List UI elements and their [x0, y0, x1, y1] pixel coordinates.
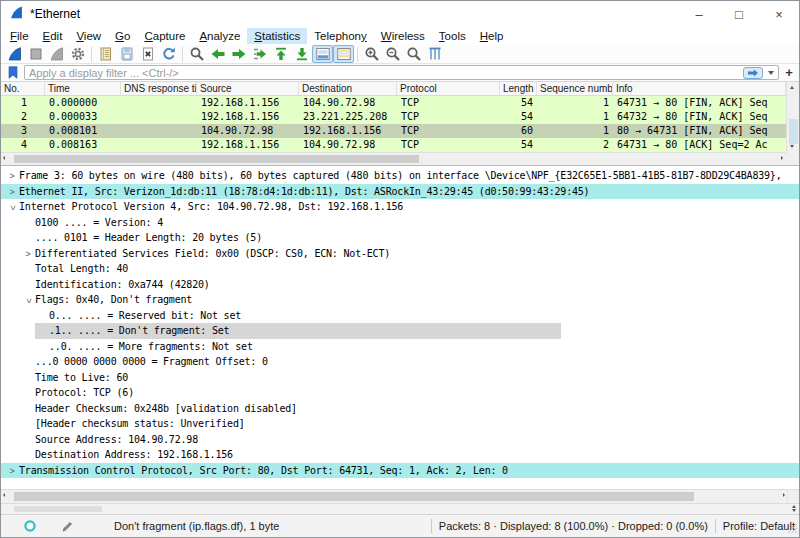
filter-dropdown-caret[interactable] [765, 66, 776, 79]
minimize-button[interactable]: – [679, 1, 719, 27]
capture-options-button[interactable] [67, 45, 88, 63]
detail-line[interactable]: >Flags: 0x40, Don't fragment [1, 292, 799, 308]
pane-spin-arrows[interactable] [792, 505, 796, 512]
resize-grip-icon[interactable] [787, 523, 798, 536]
detail-line[interactable]: .... 0101 = Header Length: 20 bytes (5) [1, 230, 799, 246]
detail-line[interactable]: Source Address: 104.90.72.98 [1, 432, 799, 448]
hscrollbar-thumb[interactable] [14, 155, 419, 163]
column-header-protocol[interactable]: Protocol [397, 82, 500, 95]
menu-item-go[interactable]: Go [108, 28, 137, 44]
menu-item-telephony[interactable]: Telephony [307, 28, 373, 44]
column-header-source[interactable]: Source [197, 82, 299, 95]
packet-list-hscrollbar[interactable] [1, 152, 786, 165]
detail-line[interactable]: Identification: 0xa744 (42820) [1, 277, 799, 293]
menu-item-analyze[interactable]: Analyze [192, 28, 247, 44]
detail-line[interactable]: [Header checksum status: Unverified] [1, 416, 799, 432]
menu-item-help[interactable]: Help [473, 28, 511, 44]
colorize-button[interactable] [333, 45, 354, 63]
expand-expander-icon[interactable]: > [21, 247, 35, 262]
detail-line[interactable]: >Differentiated Services Field: 0x00 (DS… [1, 246, 799, 262]
scroll-right-icon[interactable] [781, 156, 783, 160]
column-header-no[interactable]: No. [1, 82, 45, 95]
close-button[interactable]: × [759, 1, 799, 27]
column-header-sequence-number[interactable]: Sequence number [537, 82, 613, 95]
scroll-up-icon[interactable] [790, 86, 794, 89]
expand-expander-icon[interactable]: > [5, 169, 19, 184]
go-last-packet-button[interactable] [291, 45, 312, 63]
open-file-button[interactable] [95, 45, 116, 63]
expand-expander-icon[interactable]: > [5, 464, 19, 479]
detail-line[interactable]: ..0. .... = More fragments: Not set [1, 339, 799, 355]
display-filter-input[interactable] [25, 67, 743, 79]
detail-line[interactable]: Protocol: TCP (6) [1, 385, 799, 401]
expert-info-icon[interactable] [23, 519, 37, 533]
detail-line[interactable]: >Internet Protocol Version 4, Src: 104.9… [1, 199, 799, 215]
details-scroll-left-icon[interactable] [3, 493, 5, 497]
auto-scroll-button[interactable] [312, 45, 333, 63]
menu-item-wireless[interactable]: Wireless [374, 28, 432, 44]
resize-columns-button[interactable] [424, 45, 445, 63]
reload-button[interactable] [158, 45, 179, 63]
detail-line[interactable]: 0100 .... = Version: 4 [1, 215, 799, 231]
scroll-left-icon[interactable] [3, 156, 5, 160]
packet-list-vscrollbar[interactable] [786, 82, 799, 152]
restart-capture-button[interactable] [46, 45, 67, 63]
find-packet-button[interactable] [186, 45, 207, 63]
close-file-button[interactable] [137, 45, 158, 63]
collapse-expander-icon[interactable]: > [20, 294, 36, 308]
add-filter-button[interactable]: + [782, 65, 796, 80]
menu-item-file[interactable]: File [3, 28, 36, 44]
detail-line[interactable]: ...0 0000 0000 0000 = Fragment Offset: 0 [1, 354, 799, 370]
column-header-destination[interactable]: Destination [299, 82, 397, 95]
menu-item-capture[interactable]: Capture [137, 28, 192, 44]
go-to-packet-button[interactable] [249, 45, 270, 63]
go-back-button[interactable] [207, 45, 228, 63]
vscrollbar-thumb[interactable] [789, 119, 798, 144]
packet-row-1[interactable]: 10.000000192.168.1.156104.90.72.98TCP541… [1, 96, 786, 110]
detail-line[interactable]: >Ethernet II, Src: Verizon_1d:db:11 (18:… [1, 184, 799, 200]
menu-item-view[interactable]: View [69, 28, 108, 44]
collapse-expander-icon[interactable]: > [4, 201, 20, 215]
go-forward-button[interactable] [228, 45, 249, 63]
menu-item-statistics[interactable]: Statistics [247, 28, 307, 44]
detail-line[interactable]: >Transmission Control Protocol, Src Port… [1, 463, 799, 479]
maximize-button[interactable]: □ [719, 1, 759, 27]
zoom-out-button[interactable] [382, 45, 403, 63]
zoom-reset-button[interactable] [403, 45, 424, 63]
zoom-out-icon [385, 46, 401, 62]
apply-filter-button[interactable] [743, 67, 763, 79]
column-header-info[interactable]: Info [613, 82, 786, 95]
detail-line[interactable]: >Frame 3: 60 bytes on wire (480 bits), 6… [1, 168, 799, 184]
go-first-packet-button[interactable] [270, 45, 291, 63]
scroll-down-icon[interactable] [790, 145, 794, 148]
packet-row-2[interactable]: 20.000033192.168.1.15623.221.225.208TCP5… [1, 110, 786, 124]
column-header-time[interactable]: Time [45, 82, 121, 95]
save-file-button[interactable] [116, 45, 137, 63]
filter-bookmark-icon[interactable] [4, 65, 22, 81]
detail-line[interactable]: Header Checksum: 0x248b [validation disa… [1, 401, 799, 417]
stop-capture-button[interactable] [25, 45, 46, 63]
expand-expander-icon[interactable]: > [5, 185, 19, 200]
details-hscrollbar[interactable] [1, 489, 799, 503]
packet-row-3[interactable]: 30.008101104.90.72.98192.168.1.156TCP601… [1, 124, 786, 138]
capture-comment-icon[interactable] [61, 520, 74, 533]
detail-line[interactable]: 0... .... = Reserved bit: Not set [1, 308, 799, 324]
bytes-pane-scroll-thumb[interactable] [14, 506, 102, 512]
detail-line[interactable]: .1.. .... = Don't fragment: Set [1, 323, 799, 339]
menu-item-edit[interactable]: Edit [36, 28, 70, 44]
column-header-length[interactable]: Length [500, 82, 537, 95]
zoom-in-button[interactable] [361, 45, 382, 63]
details-scroll-right-icon[interactable] [783, 493, 785, 497]
menu-item-tools[interactable]: Tools [432, 28, 473, 44]
packet-row-4[interactable]: 40.008163192.168.1.156104.90.72.98TCP542… [1, 138, 786, 152]
profile-label[interactable]: Profile: Default [723, 520, 795, 532]
cell-protocol: TCP [397, 138, 500, 152]
cell-dns [121, 124, 197, 138]
detail-line[interactable]: Time to Live: 60 [1, 370, 799, 386]
detail-line-text: 0100 .... = Version: 4 [35, 217, 163, 228]
start-capture-button[interactable] [4, 45, 25, 63]
detail-line[interactable]: Total Length: 40 [1, 261, 799, 277]
column-header-dns-response-time[interactable]: DNS response time [121, 82, 197, 95]
details-hscrollbar-thumb[interactable] [14, 492, 694, 501]
detail-line[interactable]: Destination Address: 192.168.1.156 [1, 447, 799, 463]
